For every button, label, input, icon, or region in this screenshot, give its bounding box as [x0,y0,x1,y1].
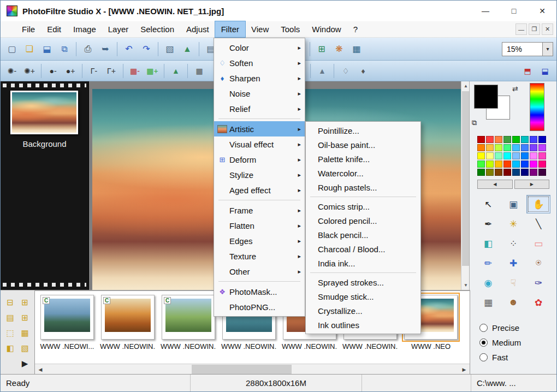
palette-swatch[interactable] [521,161,529,168]
mdi-close-button[interactable]: ✕ [542,23,553,35]
gamma-minus-button[interactable]: Γ- [86,64,102,78]
blur-drop-tool-button[interactable]: ◉ [476,274,500,292]
clone-stamp-tool-button[interactable]: ⍟ [526,254,550,272]
layer-manager-tool-button[interactable]: ▣ [501,195,525,213]
option-precise[interactable]: Precise [474,320,552,335]
explorer-prev-button[interactable]: ◧ [3,341,17,356]
palette-next-icon[interactable]: ▶ [514,180,550,189]
line-tool-button[interactable]: ╲ [526,215,550,233]
zoom-control[interactable]: 15%▾ [502,42,553,56]
undo-button[interactable]: ↶ [121,41,137,57]
menubar-item-view[interactable]: View [245,21,275,37]
palette-swatch[interactable] [530,169,537,176]
explorer-select-button[interactable]: ⬚ [3,325,17,341]
artistic-menu-india-ink[interactable]: India ink... [306,256,420,270]
palette-swatch[interactable] [512,136,520,143]
image-browser-button[interactable]: ▧ [162,41,178,57]
vertical-scroll-thumb[interactable] [462,91,470,266]
mdi-restore-button[interactable]: ❐ [529,23,540,35]
artistic-menu-ink-outlines[interactable]: Ink outlines [306,318,420,332]
rotate-right-button[interactable]: ⬓ [537,64,553,78]
artistic-menu-watercolor[interactable]: Watercolor... [306,166,420,180]
horizontal-scroll-thumb[interactable] [192,365,292,374]
drop-more-button[interactable]: ♢ [337,64,354,78]
save-button[interactable]: ⬓ [39,41,55,57]
advanced-brush-tool-button[interactable]: ✚ [501,254,525,272]
table-grid-button[interactable]: ▦ [348,41,365,57]
filter-menu-photomask[interactable]: ❖PhotoMask... [214,284,305,299]
front-back-icon[interactable]: ⧉ [472,118,477,127]
menubar-item-adjust[interactable]: Adjust [180,21,215,37]
filter-menu-stylize[interactable]: Stylize▸ [214,167,305,182]
menubar-item-help[interactable]: ? [347,21,364,37]
explorer-folder-a-button[interactable]: ▤ [3,310,17,325]
eraser-tool-button[interactable]: ▭ [526,234,550,253]
palette-swatch[interactable] [477,161,485,168]
palette-swatch[interactable] [503,144,511,151]
option-fast[interactable]: Fast [474,350,552,365]
palette-swatch[interactable] [495,169,502,176]
close-button[interactable]: ✕ [528,1,556,21]
open-folder-button[interactable]: ❏ [21,41,38,57]
filter-menu-other[interactable]: Other▸ [214,264,305,279]
smudge-tool-button[interactable]: ☟ [501,274,525,292]
palette-swatch[interactable] [503,161,511,168]
filter-menu-sharpen[interactable]: ♦Sharpen▸ [214,70,305,86]
image-size-button[interactable]: ▲ [179,41,195,57]
palette-swatch[interactable] [477,152,485,159]
palette-swatch[interactable] [538,152,546,159]
palette-swatch[interactable] [512,144,520,151]
artistic-menu-oil-base-paint[interactable]: Oil-base paint... [306,138,420,152]
palette-swatch[interactable] [521,136,529,143]
scroll-left-icon[interactable]: ◀ [35,364,46,375]
airbrush-tool-button[interactable]: ⁘ [501,234,525,253]
zoom-dropdown-icon[interactable]: ▾ [542,43,553,56]
radio-precise-icon[interactable] [479,324,488,332]
artistic-menu-crystallize[interactable]: Crystallize... [306,304,420,318]
pattern-fine-button[interactable]: ▦ [191,64,208,78]
filter-menu-edges[interactable]: Edges▸ [214,233,305,248]
scroll-right-icon[interactable]: ▶ [459,364,470,375]
strawberry-tool-button[interactable]: ✿ [526,293,550,312]
palette-swatch[interactable] [521,152,529,159]
artistic-menu-pointillize[interactable]: Pointillize... [306,123,420,138]
redo-button[interactable]: ↷ [138,41,155,57]
brush-tool-button[interactable]: ✏ [476,254,500,272]
filter-menu-artistic[interactable]: Artistic▸ [214,121,305,136]
menubar-item-window[interactable]: Window [306,21,347,37]
palette-swatch[interactable] [495,152,502,159]
palette-prev-icon[interactable]: ◀ [477,180,513,189]
filter-menu-photopng[interactable]: PhotoPNG... [214,299,305,314]
selection-arrow-tool-button[interactable]: ↖ [476,195,500,213]
artistic-menu-palette-knife[interactable]: Palette knife... [306,152,420,166]
palette-swatch[interactable] [477,169,485,176]
layer-background-thumbnail[interactable] [10,91,78,134]
palette-swatch[interactable] [486,161,494,168]
artistic-menu-rough-pastels[interactable]: Rough pastels... [306,180,420,194]
filter-menu-relief[interactable]: Relief▸ [214,101,305,116]
artistic-menu-colored-pencil[interactable]: Colored pencil... [306,213,420,228]
radio-medium-icon[interactable] [479,338,488,347]
mdi-minimize-button[interactable]: — [515,23,527,35]
palette-swatch[interactable] [512,169,520,176]
explorer-tree-a-button[interactable]: ⊟ [3,295,17,310]
artistic-menu-charcoal-blood[interactable]: Charcoal / Blood... [306,242,420,256]
retouch-tool-button[interactable]: ☻ [501,293,525,312]
browser-thumbnail[interactable]: CWWW .NEOWIN... [161,295,216,360]
save-as-button[interactable]: ⧉ [56,41,73,57]
contrast-plus-button[interactable]: ●+ [62,64,79,78]
artistic-menu-black-pencil[interactable]: Black pencil... [306,228,420,242]
filter-menu-deform[interactable]: ⊞Deform▸ [214,152,305,167]
artistic-menu-sprayed-strokes[interactable]: Sprayed strokes... [306,275,420,289]
swap-colors-icon[interactable]: ⇄ [512,85,518,93]
brightness-plus-button[interactable]: ✺+ [21,64,38,78]
palette-swatch[interactable] [521,169,529,176]
print-button[interactable]: ⎙ [80,41,96,57]
browser-thumbnail[interactable]: CWWW .NEOWI... [39,295,95,360]
rotate-left-button[interactable]: ⬒ [519,64,536,78]
browser-thumbnail[interactable]: CWWW .NEOWIN... [100,295,156,360]
palette-swatch[interactable] [530,161,537,168]
explorer-mark-button[interactable]: ▧ [17,341,32,356]
artistic-menu-smudge-stick[interactable]: Smudge stick... [306,289,420,304]
palette-swatch[interactable] [538,136,546,143]
